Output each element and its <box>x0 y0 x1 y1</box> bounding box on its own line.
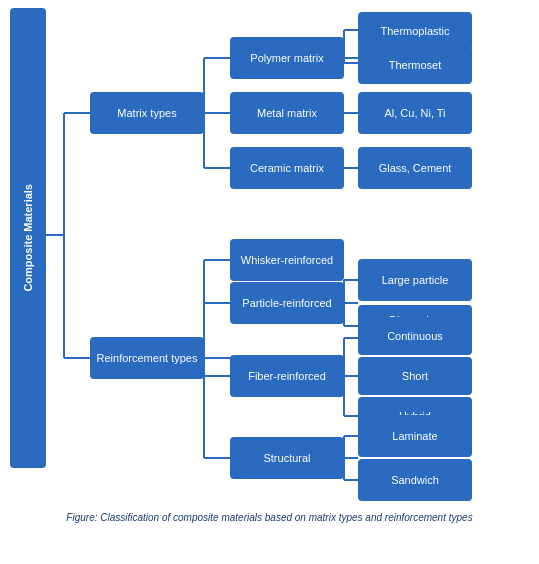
short-node: Short <box>358 357 472 395</box>
whisker-label: Whisker-reinforced <box>241 254 333 266</box>
thermoplastic-node: Thermoplastic <box>358 12 472 50</box>
root-label: Composite Materials <box>22 184 34 292</box>
thermoset-label: Thermoset <box>389 59 442 71</box>
thermoset-node: Thermoset <box>358 46 472 84</box>
sandwich-node: Sandwich <box>358 459 472 501</box>
structural-node: Structural <box>230 437 344 479</box>
continuous-node: Continuous <box>358 317 472 355</box>
tree-wrapper: Composite Materials Matrix types Polymer… <box>10 8 529 508</box>
polymer-matrix-node: Polymer matrix <box>230 37 344 79</box>
metal-matrix-label: Metal matrix <box>257 107 317 119</box>
metal-matrix-node: Metal matrix <box>230 92 344 134</box>
fiber-label: Fiber-reinforced <box>248 370 326 382</box>
reinforcement-types-label: Reinforcement types <box>97 352 198 364</box>
structural-label: Structural <box>263 452 310 464</box>
matrix-types-node: Matrix types <box>90 92 204 134</box>
continuous-label: Continuous <box>387 330 443 342</box>
ceramic-matrix-node: Ceramic matrix <box>230 147 344 189</box>
diagram-container: Composite Materials Matrix types Polymer… <box>10 8 529 523</box>
laminate-node: Laminate <box>358 415 472 457</box>
fiber-node: Fiber-reinforced <box>230 355 344 397</box>
ceramic-child-label: Glass, Cement <box>379 162 452 174</box>
large-particle-node: Large particle <box>358 259 472 301</box>
metal-child-node: Al, Cu, Ni, Ti <box>358 92 472 134</box>
reinforcement-types-node: Reinforcement types <box>90 337 204 379</box>
large-particle-label: Large particle <box>382 274 449 286</box>
whisker-node: Whisker-reinforced <box>230 239 344 281</box>
figure-caption: Figure: Classification of composite mate… <box>10 512 529 523</box>
laminate-label: Laminate <box>392 430 437 442</box>
root-node: Composite Materials <box>10 8 46 468</box>
particle-node: Particle-reinforced <box>230 282 344 324</box>
short-label: Short <box>402 370 428 382</box>
thermoplastic-label: Thermoplastic <box>380 25 449 37</box>
ceramic-child-node: Glass, Cement <box>358 147 472 189</box>
polymer-matrix-label: Polymer matrix <box>250 52 323 64</box>
metal-child-label: Al, Cu, Ni, Ti <box>384 107 445 119</box>
matrix-types-label: Matrix types <box>117 107 176 119</box>
particle-label: Particle-reinforced <box>242 297 331 309</box>
sandwich-label: Sandwich <box>391 474 439 486</box>
ceramic-matrix-label: Ceramic matrix <box>250 162 324 174</box>
